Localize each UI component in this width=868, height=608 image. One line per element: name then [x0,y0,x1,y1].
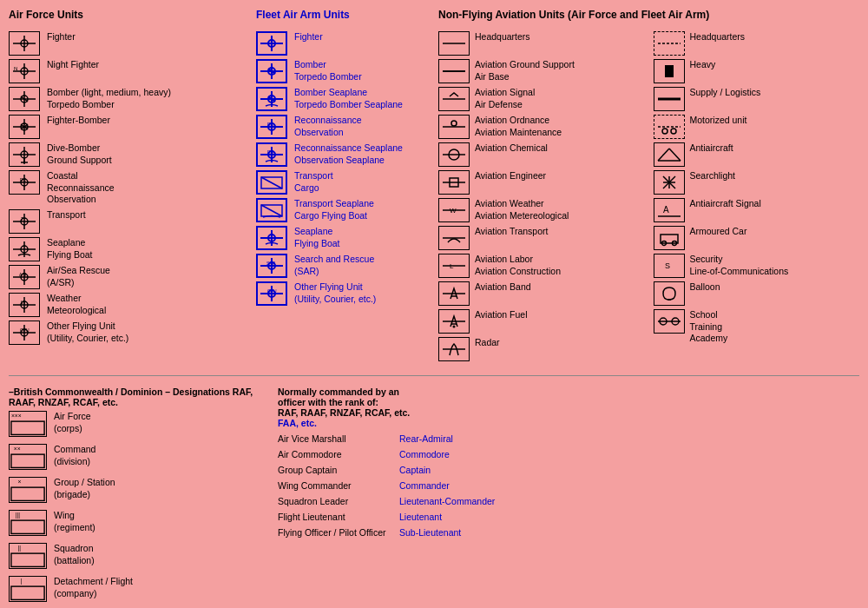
airforce-header: Air Force Units [9,9,256,24]
bc-ranks-list: Air Vice Marshall Rear-Admiral Air Commo… [278,433,859,538]
nf-armoured-label: Armoured Car [690,226,747,238]
svg-text:SAR: SAR [266,261,276,266]
af-nightfighter-symbol: N [9,59,40,83]
svg-text:W: W [21,300,26,305]
nf-engineer-row: Aviation Engineer [438,170,645,195]
af-seaplane-row: SeaplaneFlying Boat [9,237,256,261]
nf-aasignal-symbol: A [654,198,685,222]
nf-signal-label: Aviation SignalAir Defense [475,87,535,110]
nf-searchlight-label: Searchlight [690,170,736,182]
nf-motorized-row: Motorized unit [654,115,860,139]
af-bomber-symbol [9,87,40,111]
nf-ordnance-row: Aviation OrdnanceAviation Maintenance [438,115,645,139]
af-airsearescue-label: Air/Sea Rescue(A/SR) [47,265,110,288]
nf-balloon-symbol [654,281,685,306]
nf-hq-r-row: Headquarters [654,31,860,56]
af-weather-label: WeatherMeteorological [47,293,106,316]
bc-corps-symbol: ××× [9,411,47,437]
fleet-sar-label: Search and Rescue(SAR) [294,254,374,277]
fleet-seaplane-label: SeaplaneFlying Boat [294,226,340,249]
af-fighter-row: Fighter [9,31,256,56]
bc-wing-row: ||| Wing(regiment) [9,510,269,538]
bc-flight-row: | Detachment / Flight(company) [9,576,269,604]
bc-corps-label: Air Force(corps) [54,411,91,434]
bc-flight-faa-rank: Lieutenant [399,512,442,522]
nf-groundsupport-label: Aviation Ground SupportAir Base [475,59,575,83]
fleet-fighter-row: Fighter [256,31,438,56]
svg-rect-133 [11,586,44,599]
svg-point-83 [451,121,457,126]
af-transport-label: Transport [47,209,86,221]
nf-heavy-row: Heavy [654,59,860,83]
bc-wing-rank: Wing Commander Commander [278,480,859,491]
af-airsearescue-symbol: A/S [9,265,40,289]
af-bomber-label: Bomber (light, medium, heavy)Torpedo Bom… [47,87,171,110]
nf-school-symbol [654,309,685,334]
nf-heavy-symbol [654,59,685,83]
nf-searchlight-symbol [654,170,685,195]
bc-right: Normally commanded by anofficer with the… [278,387,859,608]
svg-text:OFU: OFU [20,327,30,333]
svg-text:RC: RC [267,122,274,127]
nf-signal-symbol [438,87,470,111]
nf-supply-label: Supply / Logistics [690,87,761,99]
nf-aa-label: Antiaircraft [690,142,733,155]
fleet-bomber-label: BomberTorpedo Bomber [294,59,362,83]
svg-rect-125 [11,454,44,467]
bc-wing-symbol: ||| [9,510,47,536]
svg-text:RC: RC [20,177,27,182]
nf-labor-label: Aviation LaborAviation Construction [475,254,561,277]
nf-aa-symbol [654,142,685,167]
fleet-bomber-symbol [256,59,287,83]
af-coastalrecon-symbol: RC [9,170,40,195]
bc-group-row: × Group / Station(brigade) [9,477,269,505]
bc-group-rank: Group Captain Captain [278,465,859,475]
bc-flight-symbol: | [9,576,47,602]
bc-subtitle: Normally commanded by anofficer with the… [278,387,859,428]
nf-grid: Headquarters Aviation Ground SupportAir … [438,31,859,365]
bc-wing-label: Wing(regiment) [54,510,95,533]
nf-fuel-label: Aviation Fuel [475,309,528,321]
fleet-fighter-symbol [256,31,287,56]
af-transport-symbol: T [9,209,40,234]
nf-engineer-symbol [438,170,470,195]
svg-line-106 [669,149,681,161]
svg-rect-127 [11,487,44,500]
af-nightfighter-label: Night Fighter [47,59,99,71]
svg-text:S: S [665,261,670,270]
af-fighter-label: Fighter [47,31,76,43]
svg-rect-100 [665,65,674,77]
bc-command-faa-rank: Commodore [399,449,450,459]
fleet-transportseaplane-row: Transport SeaplaneCargo Flying Boat [256,198,438,222]
af-fighterbomber-symbol [9,115,40,139]
bc-wing-af-rank: Wing Commander [278,480,399,491]
bc-flight-af-rank: Flight Lieutenant [278,512,399,522]
nf-supply-row: Supply / Logistics [654,87,860,111]
bc-corps-faa-rank: Rear-Admiral [399,433,453,444]
fleet-reconseaplane-symbol: RS [256,142,287,167]
bc-wing-faa-rank: Commander [399,480,450,491]
svg-text:||: || [18,545,22,552]
fleet-bomberseaplane-row: Bomber SeaplaneTorpedo Bomber Seaplane [256,87,438,111]
svg-text:A/S: A/S [19,272,27,277]
bc-corps-af-rank: Air Vice Marshall [278,433,399,444]
fleet-sar-symbol: SAR [256,254,287,278]
fleet-seaplane-symbol [256,226,287,250]
nf-hq-r-symbol [654,31,685,56]
svg-text:×: × [18,479,22,485]
nf-motorized-symbol [654,115,685,139]
nf-school-label: SchoolTrainingAcademy [690,309,728,345]
bc-squadron-label: Squadron(battalion) [54,543,95,566]
svg-text:×××: ××× [11,413,22,419]
nf-labor-row: L Aviation LaborAviation Construction [438,254,645,278]
nf-hq-r-label: Headquarters [690,31,746,43]
fleet-reconseaplane-row: RS Reconnaissance SeaplaneObservation Se… [256,142,438,167]
nf-transport-symbol [438,226,470,250]
nf-transport-label: Aviation Transport [475,226,548,238]
nf-signal-row: Aviation SignalAir Defense [438,87,645,111]
nf-right: Headquarters Heavy Supply / Logistics [654,31,860,365]
fleet-header: Fleet Air Arm Units [256,9,438,24]
af-fighterbomber-row: Fighter-Bomber [9,115,256,139]
af-coastalrecon-label: CoastalReconnaissanceObservation [47,170,115,206]
nf-school-row: SchoolTrainingAcademy [654,309,860,345]
